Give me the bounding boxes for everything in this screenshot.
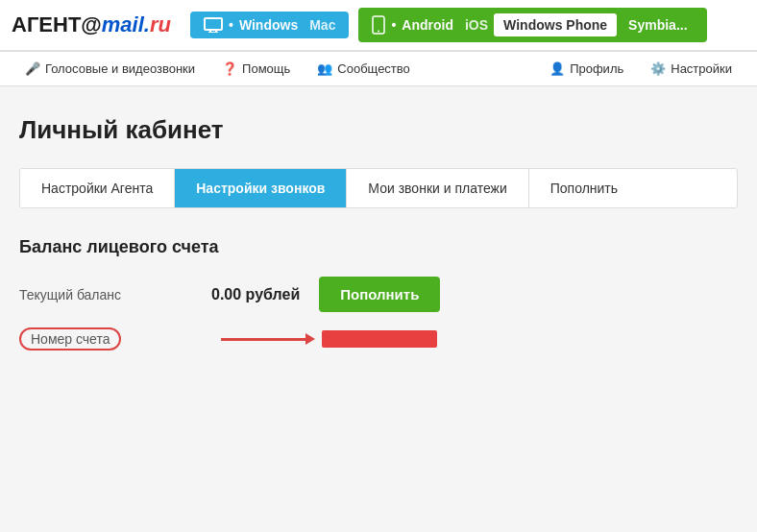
- voice-calls-label: Голосовые и видеозвонки: [45, 61, 195, 76]
- subnav-right: 👤 Профиль ⚙️ Настройки: [536, 52, 745, 85]
- voice-icon: 🎤: [25, 61, 40, 76]
- monitor-icon: [204, 17, 223, 33]
- svg-point-5: [378, 31, 379, 33]
- community-icon: 👥: [317, 61, 332, 76]
- windows-phone-label[interactable]: Windows Phone: [494, 13, 617, 36]
- mac-label: Mac: [309, 17, 335, 33]
- header: АГЕНТ@mail.ru • Windows Mac • Android iO…: [0, 0, 757, 52]
- logo-ru: ru: [150, 12, 171, 36]
- phone-icon: [372, 15, 385, 35]
- subnav: 🎤 Голосовые и видеозвонки ❓ Помощь 👥 Соо…: [0, 52, 757, 86]
- subnav-community[interactable]: 👥 Сообщество: [304, 52, 424, 85]
- logo[interactable]: АГЕНТ@mail.ru: [12, 12, 171, 37]
- mobile-dot: •: [391, 17, 396, 33]
- profile-icon: 👤: [549, 61, 565, 76]
- account-row: Номер счета: [19, 327, 738, 351]
- redacted-account-number: [322, 330, 437, 348]
- section-title: Баланс лицевого счета: [19, 237, 738, 257]
- android-label: Android: [402, 17, 453, 33]
- logo-mail: mail: [102, 12, 144, 36]
- account-label: Номер счета: [19, 327, 211, 351]
- subnav-settings[interactable]: ⚙️ Настройки: [637, 52, 745, 85]
- tab-topup[interactable]: Пополнить: [529, 169, 639, 207]
- balance-value: 0.00 рублей: [211, 286, 300, 303]
- tab-my-calls[interactable]: Мои звонки и платежи: [347, 169, 528, 207]
- account-label-circled: Номер счета: [19, 327, 121, 351]
- logo-agent: АГЕНТ: [12, 12, 81, 36]
- windows-label: Windows: [239, 17, 298, 33]
- symbian-label[interactable]: Symbia...: [623, 13, 693, 36]
- tab-agent-settings[interactable]: Настройки Агента: [20, 169, 175, 207]
- svg-rect-0: [205, 18, 222, 30]
- desktop-nav-button[interactable]: • Windows Mac: [190, 12, 349, 38]
- help-icon: ❓: [222, 61, 237, 76]
- tab-call-settings[interactable]: Настройки звонков: [175, 169, 347, 207]
- community-label: Сообщество: [337, 61, 410, 76]
- subnav-help[interactable]: ❓ Помощь: [208, 52, 304, 85]
- arrow-line: [221, 338, 307, 341]
- logo-text: АГЕНТ@mail.ru: [12, 12, 171, 37]
- balance-row: Текущий баланс 0.00 рублей Пополнить: [19, 277, 738, 312]
- profile-label: Профиль: [570, 61, 623, 76]
- ios-label: iOS: [465, 17, 488, 33]
- topup-button[interactable]: Пополнить: [319, 277, 440, 312]
- subnav-profile[interactable]: 👤 Профиль: [536, 52, 637, 85]
- subnav-voice-calls[interactable]: 🎤 Голосовые и видеозвонки: [12, 52, 208, 85]
- settings-icon: ⚙️: [650, 61, 666, 76]
- tabs-container: Настройки Агента Настройки звонков Мои з…: [19, 168, 738, 208]
- arrow: [221, 330, 437, 348]
- desktop-dot: •: [229, 17, 233, 33]
- page-title: Личный кабинет: [19, 115, 738, 145]
- mobile-nav-button[interactable]: • Android iOS Windows Phone Symbia...: [358, 8, 706, 42]
- main-content: Личный кабинет Настройки Агента Настройк…: [0, 86, 757, 370]
- help-label: Помощь: [242, 61, 290, 76]
- settings-label: Настройки: [671, 61, 732, 76]
- balance-label: Текущий баланс: [19, 287, 211, 302]
